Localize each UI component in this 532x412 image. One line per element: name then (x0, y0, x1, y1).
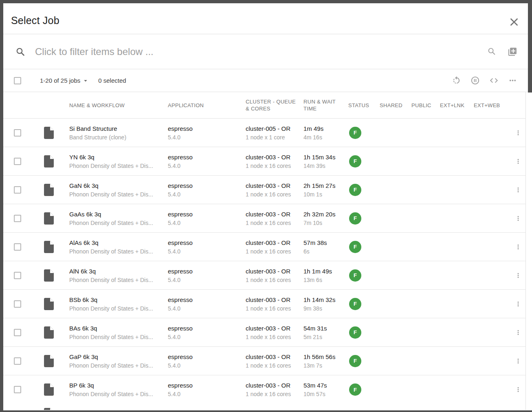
job-name-cell: BAs 6k 3q Phonon Density of States + Dis… (69, 324, 168, 341)
time-cell: 1h 1m 49s 13m 6s (303, 267, 348, 284)
filter-bar (3, 34, 532, 69)
row-checkbox[interactable] (14, 272, 21, 279)
application-name: espresso (168, 181, 242, 190)
jobs-count-dropdown[interactable]: 1-20 of 25 jobs (40, 77, 89, 84)
more-vert-icon[interactable] (514, 329, 522, 336)
job-name: BSb 6k 3q (69, 295, 165, 304)
row-checkbox[interactable] (14, 158, 21, 165)
run-time: 54m 31s (303, 324, 345, 333)
file-icon (44, 383, 54, 396)
table-row[interactable]: GaN 6k 3q Phonon Density of States + Dis… (3, 176, 525, 204)
cluster-queue: cluster-003 - OR (246, 238, 300, 247)
chevron-down-icon (82, 77, 89, 84)
column-header-shared[interactable]: SHARED (380, 102, 411, 109)
job-name-cell: GaAs 6k 3q Phonon Density of States + Di… (69, 210, 168, 227)
row-checkbox[interactable] (14, 215, 21, 222)
application-cell: espresso 5.4.0 (168, 381, 246, 398)
job-name: BAs 6k 3q (69, 324, 165, 333)
file-icon (44, 408, 54, 410)
column-header-name-workflow[interactable]: NAME & WORKFLOW (69, 102, 168, 109)
status-cell: F (348, 326, 380, 339)
search-icon[interactable] (487, 47, 497, 57)
column-header-public[interactable]: PUBLIC (411, 102, 440, 109)
status-badge: F (349, 383, 361, 396)
application-name: espresso (168, 353, 242, 361)
cluster-cores: 1 node x 16 cores (246, 190, 300, 198)
column-header-run-wait-time[interactable]: RUN & WAIT TIME (303, 98, 348, 112)
application-cell: espresso 5.4.0 (168, 267, 246, 284)
table-row[interactable]: GaAs 6k 3q Phonon Density of States + Di… (3, 204, 525, 233)
wait-time: 4m 16s (303, 133, 345, 141)
job-workflow: Phonon Density of States + Dis... (69, 190, 165, 198)
cluster-cell: cluster-003 - OR 1 node x 16 cores (246, 238, 303, 256)
cluster-cores: 1 node x 1 core (246, 133, 300, 141)
selected-count-label: 0 selected (98, 77, 126, 84)
table-row[interactable]: Si Band Structure Band Structure (clone)… (3, 119, 525, 147)
pause-circle-icon[interactable] (470, 76, 480, 85)
application-cell: espresso 5.4.0 (168, 181, 246, 198)
filter-input[interactable] (35, 46, 532, 57)
run-time: 1m 49s (303, 124, 345, 133)
application-version: 5.4.0 (168, 361, 242, 370)
column-header-ext-lnk[interactable]: EXT+LNK (440, 102, 474, 109)
wait-time: 10m 57s (303, 390, 345, 398)
run-time: 1h 1m 49s (303, 267, 345, 276)
table-row[interactable]: AlN 6k 3q Phonon Density of States + Dis… (3, 261, 525, 290)
library-add-icon[interactable] (508, 47, 517, 57)
job-workflow: Phonon Density of States + Dis... (69, 304, 165, 313)
job-workflow: Phonon Density of States + Dis... (69, 162, 165, 170)
job-workflow: Phonon Density of States + Dis... (69, 361, 165, 370)
more-vert-icon[interactable] (514, 186, 522, 194)
application-name: espresso (168, 210, 242, 219)
cluster-cell: cluster-003 - OR 1 node x 16 cores (246, 153, 303, 170)
row-checkbox[interactable] (14, 357, 21, 365)
column-header-application[interactable]: APPLICATION (168, 102, 246, 109)
cluster-cell: cluster-005 - OR 1 node x 1 core (246, 124, 303, 141)
application-version: 5.4.0 (168, 133, 242, 141)
table-row[interactable]: YN 6k 3q Phonon Density of States + Dis.… (3, 147, 525, 176)
more-horiz-icon[interactable] (508, 76, 517, 85)
refresh-icon[interactable] (452, 76, 461, 85)
status-badge: F (349, 326, 361, 339)
job-name-cell: AlN 6k 3q Phonon Density of States + Dis… (69, 267, 168, 284)
wait-time: 13m 7s (303, 361, 345, 370)
job-name: AlN 6k 3q (69, 267, 165, 276)
cluster-cell: cluster-003 - OR 1 node x 16 cores (246, 324, 303, 341)
row-checkbox[interactable] (14, 300, 21, 308)
row-checkbox[interactable] (14, 329, 21, 336)
code-icon[interactable] (489, 76, 499, 85)
cluster-cell: cluster-003 - OR 1 node x 16 cores (246, 210, 303, 227)
row-checkbox[interactable] (14, 186, 21, 194)
column-header-ext-web[interactable]: EXT+WEB (474, 102, 512, 109)
column-header-status[interactable]: STATUS (348, 102, 380, 109)
select-all-checkbox[interactable] (14, 77, 21, 84)
more-vert-icon[interactable] (514, 243, 522, 251)
table-row[interactable]: AlAs 6k 3q Phonon Density of States + Di… (3, 233, 525, 261)
application-version: 5.4.0 (168, 247, 242, 256)
cluster-cores: 1 node x 16 cores (246, 361, 300, 370)
close-icon[interactable] (509, 17, 519, 27)
table-body: Si Band Structure Band Structure (clone)… (3, 119, 525, 404)
more-vert-icon[interactable] (514, 272, 522, 279)
row-checkbox[interactable] (14, 129, 21, 137)
more-vert-icon[interactable] (514, 357, 522, 365)
job-name: Si Band Structure (69, 124, 165, 133)
status-cell: F (348, 184, 380, 196)
run-time: 1h 56m 56s (303, 353, 345, 361)
more-vert-icon[interactable] (514, 300, 522, 308)
more-vert-icon[interactable] (514, 158, 522, 165)
row-checkbox[interactable] (14, 243, 21, 251)
time-cell: 1m 49s 4m 16s (303, 124, 348, 141)
more-vert-icon[interactable] (514, 215, 522, 222)
table-row[interactable]: BAs 6k 3q Phonon Density of States + Dis… (3, 318, 525, 347)
cluster-queue: cluster-003 - OR (246, 381, 300, 390)
job-name-cell: GaP 6k 3q Phonon Density of States + Dis… (69, 353, 168, 370)
table-row[interactable]: BSb 6k 3q Phonon Density of States + Dis… (3, 290, 525, 318)
table-row[interactable]: GaP 6k 3q Phonon Density of States + Dis… (3, 347, 525, 375)
jobs-table: NAME & WORKFLOW APPLICATION CLUSTER - QU… (3, 92, 526, 410)
more-vert-icon[interactable] (514, 129, 522, 137)
row-checkbox[interactable] (14, 386, 21, 393)
table-row[interactable]: BP 6k 3q Phonon Density of States + Dis.… (3, 375, 525, 404)
column-header-cluster-queue-cores[interactable]: CLUSTER - QUEUE & CORES (246, 98, 303, 112)
more-vert-icon[interactable] (514, 386, 522, 393)
